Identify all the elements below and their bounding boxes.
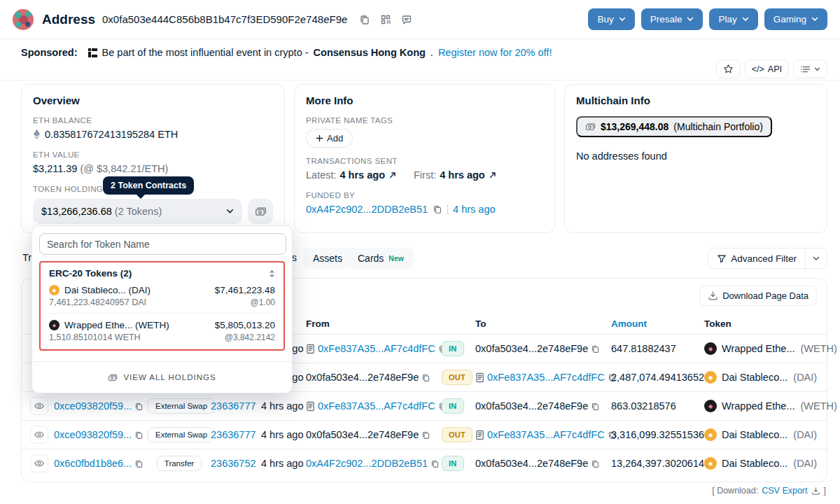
advanced-filter-button[interactable]: Advanced Filter	[708, 248, 805, 268]
col-token: Token	[704, 318, 820, 329]
token-holdings-select[interactable]: $13,266,236.68 (2 Tokens)	[33, 199, 242, 224]
to-address-link[interactable]: 0xFe837A35...AF7c4dfFC	[487, 372, 605, 383]
col-from: From	[306, 318, 442, 329]
funder-address-link[interactable]: 0xA4F2c902...2DDB2eB51	[306, 204, 428, 215]
csv-export-line: [ Download: CSV Export ]	[712, 486, 826, 496]
transactions-sent-label: TRANSACTIONS SENT	[306, 157, 543, 165]
presale-button[interactable]: Presale	[641, 8, 704, 30]
promo-buttons: Buy Presale Play Gaming	[588, 8, 827, 30]
wallet-holdings-button[interactable]	[248, 199, 273, 224]
eth-balance-value: 0.835817672413195284 ETH	[45, 129, 178, 140]
token-list-item[interactable]: Wrapped Ethe... (WETH) 1,510.85101014 WE…	[49, 313, 275, 342]
table-row: 0xce093820f59... External Swap 23636777 …	[22, 391, 827, 420]
tab-assets[interactable]: Assets	[303, 248, 352, 269]
more-info-title: More Info	[306, 94, 543, 106]
token-name[interactable]: Wrapped Ethe...	[722, 343, 795, 354]
from-address: 0x0fa503e4...2e748eF9e	[306, 429, 419, 440]
copy-icon[interactable]	[430, 459, 440, 468]
txn-hash-link[interactable]: 0xce093820f59...	[54, 429, 132, 440]
txn-hash-link[interactable]: 0xce093820f59...	[54, 400, 132, 412]
download-icon	[811, 486, 820, 496]
block-link[interactable]: 23636777	[211, 400, 256, 412]
holdings-count: (2 Tokens)	[115, 206, 162, 217]
copy-icon[interactable]	[591, 459, 600, 468]
qr-code-button[interactable]	[378, 12, 393, 27]
contract-icon	[306, 401, 315, 412]
coins-icon	[108, 373, 118, 382]
sort-icon[interactable]	[269, 270, 275, 278]
copy-icon[interactable]	[421, 373, 430, 382]
external-link-icon[interactable]	[489, 171, 497, 179]
txn-hash-link[interactable]: 0x6c0fbd1b8e6...	[54, 458, 132, 469]
copy-icon[interactable]	[134, 402, 144, 411]
to-address-link[interactable]: 0xFe837A35...AF7c4dfFC	[487, 429, 605, 440]
sponsored-text: Be part of the most influential event in…	[102, 47, 309, 58]
sponsored-register-link[interactable]: Register now for 20% off!	[438, 47, 552, 58]
contract-icon	[306, 344, 315, 354]
dai-token-icon	[49, 285, 59, 295]
contract-icon	[475, 430, 484, 440]
token-list-item[interactable]: Dai Stableco... (DAI) 7,461,223.48240957…	[49, 285, 275, 307]
token-name[interactable]: Wrapped Ethe...	[722, 400, 795, 412]
copy-icon[interactable]	[433, 204, 442, 214]
col-amount-sort[interactable]: Amount	[611, 318, 647, 329]
amount: 13,264,397.30206145	[611, 458, 704, 469]
api-button[interactable]: </> API	[745, 59, 789, 78]
chevron-down-icon	[742, 17, 749, 22]
token-search-input[interactable]	[39, 233, 286, 255]
eye-button[interactable]	[30, 426, 48, 444]
multichain-title: Multichain Info	[576, 94, 816, 106]
add-name-tag-button[interactable]: Add	[306, 129, 353, 148]
comment-button[interactable]	[399, 12, 414, 27]
from-address-link[interactable]: 0xFe837A35...AF7c4dfFC	[318, 343, 435, 354]
direction-badge: OUT	[442, 427, 472, 442]
funded-age-link[interactable]: 4 hrs ago	[453, 204, 495, 215]
buy-button[interactable]: Buy	[588, 8, 634, 30]
block-link[interactable]: 23636752	[211, 458, 256, 469]
latest-label: Latest:	[306, 169, 337, 181]
eye-button[interactable]	[30, 454, 48, 472]
copy-address-button[interactable]	[357, 12, 372, 27]
overview-title: Overview	[33, 94, 273, 106]
copy-icon[interactable]	[591, 344, 600, 354]
play-button[interactable]: Play	[709, 8, 757, 30]
token-holdings-dropdown: ERC-20 Tokens (2) Dai Stableco... (DAI) …	[31, 225, 293, 393]
copy-icon[interactable]	[134, 459, 144, 468]
block-link[interactable]: 23636777	[211, 429, 256, 440]
from-address-link[interactable]: 0xA4F2c902...2DDB2eB51	[306, 458, 428, 469]
copy-icon	[359, 14, 370, 25]
first-value: 4 hrs ago	[440, 169, 484, 181]
filter-dropdown-button[interactable]	[805, 248, 827, 268]
view-all-holdings-button[interactable]: VIEW ALL HOLDINGS	[32, 361, 292, 393]
token-name[interactable]: Dai Stableco...	[722, 458, 788, 469]
from-address-link[interactable]: 0xFe837A35...AF7c4dfFC	[318, 400, 435, 412]
token-symbol: (WETH)	[801, 400, 837, 412]
to-address: 0x0fa503e4...2e748eF9e	[475, 458, 588, 469]
gaming-button[interactable]: Gaming	[764, 8, 827, 30]
more-info-card: More Info PRIVATE NAME TAGS Add TRANSACT…	[294, 84, 555, 233]
csv-export-link[interactable]: CSV Export	[762, 486, 807, 496]
eye-button[interactable]	[30, 397, 48, 415]
token-contracts-tooltip: 2 Token Contracts	[103, 176, 194, 195]
direction-badge: IN	[442, 456, 464, 471]
token-name[interactable]: Dai Stableco...	[722, 372, 788, 383]
list-icon	[800, 64, 811, 74]
sponsored-bold-text: Consensus Hong Kong	[314, 47, 426, 58]
copy-icon[interactable]	[134, 430, 144, 440]
multichain-portfolio-button[interactable]: $13,269,448.08 (Multichain Portfolio)	[576, 116, 772, 137]
to-address: 0x0fa503e4...2e748eF9e	[475, 400, 588, 412]
copy-icon[interactable]	[421, 430, 430, 440]
direction-badge: IN	[442, 341, 464, 356]
tab-cards[interactable]: Cards New	[348, 248, 414, 269]
external-link-icon[interactable]	[388, 171, 397, 179]
sponsored-bar: Sponsored: Be part of the most influenti…	[0, 39, 840, 80]
token-name[interactable]: Dai Stableco...	[722, 429, 788, 440]
weth-token-icon	[704, 342, 717, 355]
dai-token-icon	[704, 457, 717, 470]
copy-icon[interactable]	[591, 402, 600, 411]
download-page-data-button[interactable]: Download Page Data	[699, 286, 817, 306]
eth-balance-label: ETH BALANCE	[33, 116, 273, 125]
favorite-button[interactable]	[716, 59, 741, 78]
view-options-button[interactable]	[793, 59, 827, 78]
method-badge: Transfer	[157, 456, 202, 471]
